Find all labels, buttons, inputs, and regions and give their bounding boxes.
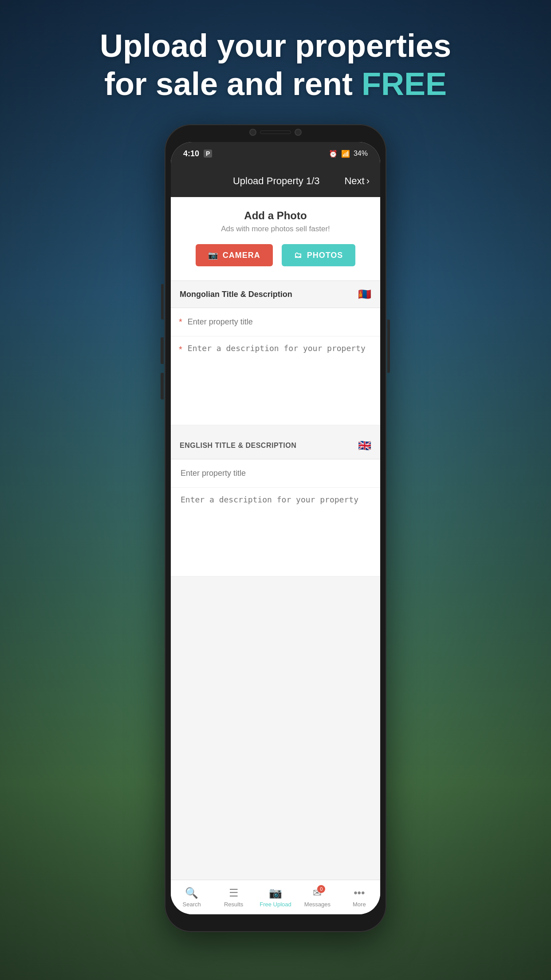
mongolian-form: * * <box>171 308 380 425</box>
next-button[interactable]: Next › <box>344 175 370 187</box>
top-camera-area <box>249 129 302 136</box>
upload-icon: 📷 <box>269 887 282 899</box>
english-title: ENGLISH TITLE & DESCRIPTION <box>180 442 296 450</box>
volume-up-button <box>161 337 164 364</box>
mongolian-title: Mongolian Title & Description <box>180 290 292 299</box>
mongolian-flag: 🇲🇳 <box>358 288 371 300</box>
battery-text: 34% <box>354 150 368 158</box>
photos-button[interactable]: 🗂 PHOTOS <box>282 244 356 266</box>
mongolian-desc-row: * <box>171 336 380 425</box>
camera-button[interactable]: 📷 CAMERA <box>196 244 273 266</box>
nav-item-results[interactable]: ☰ Results <box>213 880 254 914</box>
free-upload-label: Free Upload <box>260 901 291 908</box>
status-right: ⏰ 📶 34% <box>329 150 368 158</box>
required-indicator: * <box>179 317 182 327</box>
photos-icon: 🗂 <box>294 251 303 260</box>
chevron-right-icon: › <box>366 175 370 187</box>
search-label: Search <box>183 901 201 908</box>
mongolian-section-header: Mongolian Title & Description 🇲🇳 <box>171 281 380 308</box>
mongolian-title-row: * <box>171 308 380 336</box>
alarm-icon: ⏰ <box>329 150 338 158</box>
phone-screen: 4:10 P ⏰ 📶 34% Upload Property 1/3 Next … <box>171 142 380 914</box>
speaker <box>260 130 291 134</box>
mongolian-title-input[interactable] <box>188 309 372 335</box>
mongolian-desc-textarea[interactable] <box>188 344 372 415</box>
camera-icon: 📷 <box>208 250 218 260</box>
nav-item-more[interactable]: ••• More <box>338 880 380 914</box>
nav-item-messages[interactable]: ✉ 0 Messages <box>296 880 338 914</box>
add-photo-title: Add a Photo <box>181 209 370 222</box>
english-section-header: ENGLISH TITLE & DESCRIPTION 🇬🇧 <box>171 432 380 459</box>
status-bar: 4:10 P ⏰ 📶 34% <box>171 142 380 165</box>
search-icon: 🔍 <box>185 887 198 899</box>
required-indicator-2: * <box>179 344 182 355</box>
header-line1: Upload your properties <box>100 28 451 63</box>
status-left: 4:10 P <box>183 149 212 158</box>
english-flag: 🇬🇧 <box>358 439 371 452</box>
messages-badge-container: ✉ 0 <box>313 887 322 899</box>
nav-item-search[interactable]: 🔍 Search <box>171 880 213 914</box>
nav-title: Upload Property 1/3 <box>208 175 344 187</box>
header-line2: for sale and rent <box>104 66 362 102</box>
header-free: FREE <box>362 66 447 102</box>
english-title-input[interactable] <box>179 461 372 486</box>
status-p: P <box>204 150 212 158</box>
results-icon: ☰ <box>229 887 239 899</box>
bottom-navigation: 🔍 Search ☰ Results 📷 Free Upload ✉ 0 Mes… <box>171 880 380 914</box>
english-desc-textarea[interactable] <box>179 495 372 566</box>
english-desc-row <box>171 488 380 577</box>
more-icon: ••• <box>354 887 365 899</box>
content-area[interactable]: Add a Photo Ads with more photos sell fa… <box>171 197 380 880</box>
photo-buttons: 📷 CAMERA 🗂 PHOTOS <box>181 244 370 266</box>
add-photo-section: Add a Photo Ads with more photos sell fa… <box>171 197 380 281</box>
phone-shell: 4:10 P ⏰ 📶 34% Upload Property 1/3 Next … <box>165 124 386 932</box>
add-photo-subtitle: Ads with more photos sell faster! <box>181 225 370 233</box>
sim-icon: 📶 <box>341 150 350 158</box>
more-label: More <box>353 901 366 908</box>
front-camera <box>249 129 256 136</box>
results-label: Results <box>224 901 243 908</box>
english-title-row <box>171 459 380 488</box>
section-divider <box>171 425 380 432</box>
bottom-spacer <box>171 577 380 594</box>
volume-down-button <box>161 373 164 399</box>
messages-badge: 0 <box>317 885 325 893</box>
status-time: 4:10 <box>183 149 199 158</box>
messages-label: Messages <box>304 901 331 908</box>
nav-item-free-upload[interactable]: 📷 Free Upload <box>255 880 296 914</box>
page-header: Upload your properties for sale and rent… <box>0 27 551 103</box>
nav-bar: Upload Property 1/3 Next › <box>171 165 380 197</box>
sensor <box>295 129 302 136</box>
english-form <box>171 459 380 577</box>
